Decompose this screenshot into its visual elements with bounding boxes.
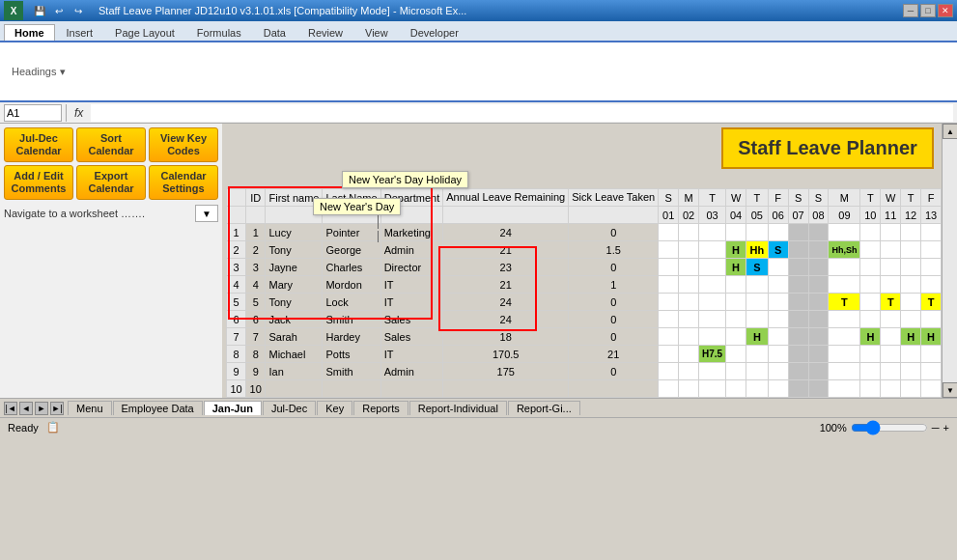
calendar-cell[interactable] <box>829 380 860 398</box>
cell-id[interactable]: 10 <box>246 380 266 398</box>
calendar-cell[interactable] <box>808 380 829 398</box>
tab-employee-data[interactable]: Employee Data <box>113 401 203 415</box>
calendar-cell[interactable] <box>788 346 808 363</box>
calendar-cell[interactable] <box>860 363 881 380</box>
tab-pagelayout[interactable]: Page Layout <box>104 24 185 41</box>
calendar-cell[interactable] <box>921 224 942 241</box>
tab-data[interactable]: Data <box>253 24 296 41</box>
calendar-cell[interactable] <box>901 380 921 398</box>
cell-lastname[interactable]: Smith <box>323 311 380 328</box>
calendar-cell[interactable] <box>808 328 829 346</box>
calendar-cell[interactable] <box>921 259 942 276</box>
calendar-cell[interactable] <box>746 363 769 380</box>
cell-lastname[interactable]: Potts <box>323 346 380 363</box>
cell-id[interactable]: 7 <box>246 328 266 346</box>
calendar-cell[interactable] <box>699 328 726 346</box>
undo-qa-btn[interactable]: ↩ <box>50 2 68 19</box>
calendar-cell[interactable]: H <box>726 259 746 276</box>
maximize-btn[interactable]: □ <box>920 4 936 17</box>
cell-lastname[interactable]: Lock <box>323 294 380 311</box>
calendar-cell[interactable] <box>860 311 881 328</box>
cell-firstname[interactable]: Michael <box>266 346 323 363</box>
calendar-cell[interactable]: Hh <box>746 241 769 259</box>
calendar-cell[interactable]: T <box>921 294 942 311</box>
cell-dept[interactable]: Sales <box>380 311 443 328</box>
formula-input[interactable] <box>91 104 953 122</box>
cell-al[interactable]: 24 <box>443 311 569 328</box>
cell-firstname[interactable]: Lucy <box>266 224 323 241</box>
cell-lastname[interactable] <box>323 380 380 398</box>
cell-sl[interactable]: 0 <box>569 259 659 276</box>
cell-lastname[interactable]: Charles <box>323 259 380 276</box>
calendar-cell[interactable] <box>901 224 921 241</box>
tab-jul-dec[interactable]: Jul-Dec <box>263 401 316 415</box>
cell-firstname[interactable]: Ian <box>266 363 323 380</box>
calendar-cell[interactable] <box>699 224 726 241</box>
cell-firstname[interactable]: Mary <box>266 276 323 294</box>
cell-dept[interactable]: Admin <box>380 241 443 259</box>
calendar-cell[interactable] <box>699 241 726 259</box>
cell-al[interactable]: 175 <box>443 363 569 380</box>
calendar-cell[interactable] <box>860 241 881 259</box>
calendar-cell[interactable] <box>679 259 699 276</box>
calendar-cell[interactable] <box>921 363 942 380</box>
calendar-cell[interactable] <box>659 328 679 346</box>
cell-al[interactable]: 21 <box>443 276 569 294</box>
cell-sl[interactable] <box>569 380 659 398</box>
cell-id[interactable]: 2 <box>246 241 266 259</box>
cell-al[interactable]: 21 <box>443 241 569 259</box>
vertical-scrollbar[interactable]: ▲ ▼ <box>942 124 957 398</box>
calendar-cell[interactable] <box>808 259 829 276</box>
calendar-cell[interactable] <box>921 241 942 259</box>
calendar-cell[interactable] <box>726 224 746 241</box>
calendar-cell[interactable] <box>726 363 746 380</box>
cell-firstname[interactable]: Sarah <box>266 328 323 346</box>
calendar-cell[interactable] <box>881 328 901 346</box>
calendar-cell[interactable] <box>788 311 808 328</box>
tab-reports[interactable]: Reports <box>353 401 408 415</box>
cell-firstname[interactable]: Jack <box>266 311 323 328</box>
cell-sl[interactable]: 0 <box>569 363 659 380</box>
cell-firstname[interactable]: Jayne <box>266 259 323 276</box>
calendar-cell[interactable] <box>808 294 829 311</box>
tab-report-individual[interactable]: Report-Individual <box>409 401 507 415</box>
calendar-cell[interactable] <box>881 363 901 380</box>
cell-dept[interactable]: IT <box>380 276 443 294</box>
export-calendar-button[interactable]: Export Calendar <box>76 165 146 200</box>
cell-al[interactable]: 18 <box>443 328 569 346</box>
calendar-cell[interactable] <box>788 259 808 276</box>
calendar-cell[interactable]: S <box>746 259 769 276</box>
zoom-in-btn[interactable]: + <box>943 422 949 434</box>
calendar-cell[interactable] <box>788 241 808 259</box>
add-edit-comments-button[interactable]: Add / Edit Comments <box>4 165 73 200</box>
calendar-cell[interactable] <box>768 363 788 380</box>
tab-view[interactable]: View <box>354 24 399 41</box>
save-qa-btn[interactable]: 💾 <box>31 2 48 19</box>
calendar-cell[interactable] <box>726 294 746 311</box>
cell-dept[interactable]: Admin <box>380 363 443 380</box>
cell-sl[interactable]: 1 <box>569 276 659 294</box>
cell-sl[interactable]: 0 <box>569 328 659 346</box>
cell-sl[interactable]: 1.5 <box>569 241 659 259</box>
cell-id[interactable]: 9 <box>246 363 266 380</box>
calendar-cell[interactable] <box>881 241 901 259</box>
calendar-cell[interactable] <box>679 294 699 311</box>
calendar-cell[interactable] <box>768 380 788 398</box>
calendar-cell[interactable] <box>921 311 942 328</box>
calendar-cell[interactable] <box>881 276 901 294</box>
cell-lastname[interactable]: Hardey <box>323 328 380 346</box>
tab-report-gi[interactable]: Report-Gi... <box>508 401 580 415</box>
calendar-cell[interactable] <box>860 276 881 294</box>
cell-id[interactable]: 5 <box>246 294 266 311</box>
calendar-cell[interactable] <box>881 224 901 241</box>
tab-nav-first[interactable]: |◄ <box>4 402 17 415</box>
calendar-cell[interactable] <box>860 380 881 398</box>
tab-nav-last[interactable]: ►| <box>50 402 64 415</box>
calendar-cell[interactable] <box>829 276 860 294</box>
calendar-cell[interactable] <box>829 346 860 363</box>
cell-dept[interactable]: Marketing <box>380 224 443 241</box>
calendar-cell[interactable] <box>679 328 699 346</box>
calendar-cell[interactable] <box>860 346 881 363</box>
calendar-cell[interactable] <box>901 276 921 294</box>
calendar-cell[interactable] <box>726 276 746 294</box>
